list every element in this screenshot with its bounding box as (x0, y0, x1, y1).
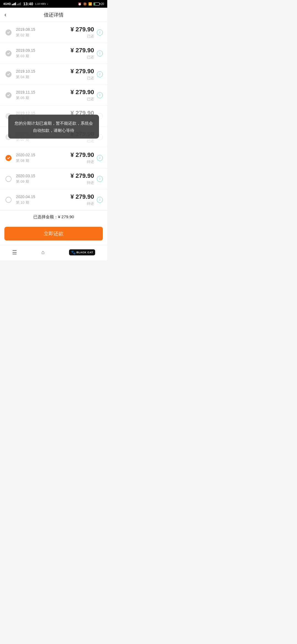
checkbox-04[interactable] (4, 71, 13, 77)
checkbox-05[interactable] (4, 92, 13, 98)
pay-button-container: 立即还款 (0, 223, 107, 245)
signal-bars (12, 2, 16, 5)
nav-menu[interactable]: ☰ (12, 249, 17, 256)
summary-label: 已选择金额： (33, 214, 58, 219)
item-right-09: ¥ 279.90 待还 (70, 172, 94, 185)
speed: 1.10 KB/s (35, 2, 46, 5)
item-info-10: 2020.04.15 第 10 期 (13, 195, 70, 205)
item-date-05: 2019.11.15 (16, 90, 70, 94)
item-status-02: 已还 (87, 34, 94, 39)
bottom-nav: ☰ ⌂ 🐾 BLACK CAT (0, 245, 107, 260)
item-status-05: 已还 (87, 97, 94, 102)
list-item: 2019.08.15 第 02 期 ¥ 279.90 已还 i (0, 22, 107, 43)
installment-list: 2019.08.15 第 02 期 ¥ 279.90 已还 i 2019.09.… (0, 22, 107, 210)
item-info-03: 2019.09.15 第 03 期 (13, 48, 70, 59)
signal-bars-2 (17, 2, 21, 5)
cat-paw-icon: 🐾 (71, 250, 76, 255)
checkbox-09[interactable] (4, 176, 13, 182)
item-info-04: 2019.10.15 第 04 期 (13, 69, 70, 80)
pay-now-button[interactable]: 立即还款 (4, 227, 103, 241)
item-date-04: 2019.10.15 (16, 69, 70, 73)
item-period-09: 第 09 期 (16, 179, 70, 184)
item-period-10: 第 10 期 (16, 200, 70, 205)
item-status-03: 已还 (87, 55, 94, 60)
item-right-05: ¥ 279.90 已还 (70, 89, 94, 102)
list-item: 2020.03.15 第 09 期 ¥ 279.90 待还 i (0, 168, 107, 189)
overdue-tooltip: 您的分期计划已逾期，暂不能还款，系统会自动扣款，请耐心等待 (8, 115, 99, 139)
overdue-group: 2019.12.15 第 06 期 ¥ 279.90 已还 i 您的分期计划已逾… (0, 106, 107, 148)
check-circle-03 (6, 50, 12, 56)
check-circle-08 (6, 155, 12, 161)
black-cat-label: BLACK CAT (76, 251, 93, 254)
item-date-09: 2020.03.15 (16, 174, 70, 178)
summary-amount: ¥ 279.90 (58, 214, 74, 219)
item-period-08: 第 08 期 (16, 158, 70, 163)
item-amount-08: ¥ 279.90 (70, 151, 94, 159)
info-button-02[interactable]: i (97, 29, 103, 36)
wifi-icon: 📶 (88, 2, 92, 6)
status-bar: 4GHD 13:40 1.10 KB/s • ⏰ 🔕 📶 20 (0, 0, 107, 8)
header: ‹ 借还详情 (0, 8, 107, 22)
time: 13:40 (23, 2, 33, 6)
check-circle-10 (6, 197, 12, 203)
item-info-05: 2019.11.15 第 05 期 (13, 90, 70, 100)
info-button-03[interactable]: i (97, 50, 103, 56)
list-item: 2019.09.15 第 03 期 ¥ 279.90 已还 i (0, 43, 107, 64)
menu-icon: ☰ (12, 249, 17, 256)
battery-icon (94, 2, 100, 6)
checkbox-02[interactable] (4, 29, 13, 36)
item-amount-04: ¥ 279.90 (70, 68, 94, 75)
network-label: 4GHD (3, 2, 11, 6)
info-button-04[interactable]: i (97, 71, 103, 77)
list-item: 2020.04.15 第 10 期 ¥ 279.90 待还 i (0, 189, 107, 210)
amount-summary: 已选择金额：¥ 279.90 (0, 210, 107, 223)
home-icon: ⌂ (42, 249, 45, 255)
item-right-10: ¥ 279.90 待还 (70, 193, 94, 206)
item-info-02: 2019.08.15 第 02 期 (13, 27, 70, 38)
item-status-07: 已还 (87, 138, 94, 143)
item-amount-02: ¥ 279.90 (70, 26, 94, 33)
item-status-08: 待还 (87, 159, 94, 164)
info-button-09[interactable]: i (97, 176, 103, 182)
check-circle-02 (6, 29, 12, 36)
nav-home[interactable]: ⌂ (42, 249, 45, 255)
item-date-02: 2019.08.15 (16, 27, 70, 32)
alarm-icon: ⏰ (78, 2, 82, 6)
check-circle-09 (6, 176, 12, 182)
info-button-05[interactable]: i (97, 92, 103, 98)
page-title: 借还详情 (44, 12, 64, 18)
item-period-03: 第 03 期 (16, 54, 70, 59)
item-info-09: 2020.03.15 第 09 期 (13, 174, 70, 184)
item-date-03: 2019.09.15 (16, 48, 70, 53)
dot-indicator: • (47, 3, 48, 5)
checkbox-08[interactable] (4, 155, 13, 161)
list-item: 2020.02.15 第 08 期 ¥ 279.90 待还 i (0, 148, 107, 168)
item-date-10: 2020.04.15 (16, 195, 70, 199)
list-item: 2019.10.15 第 04 期 ¥ 279.90 已还 i (0, 64, 107, 85)
status-left: 4GHD 13:40 1.10 KB/s • (3, 2, 48, 6)
check-circle-04 (6, 71, 12, 77)
item-period-04: 第 04 期 (16, 75, 70, 80)
nav-black-cat[interactable]: 🐾 BLACK CAT (69, 249, 95, 255)
checkbox-03[interactable] (4, 50, 13, 56)
checkbox-10[interactable] (4, 197, 13, 203)
item-amount-03: ¥ 279.90 (70, 47, 94, 54)
list-item: 2019.11.15 第 05 期 ¥ 279.90 已还 i (0, 85, 107, 106)
item-date-08: 2020.02.15 (16, 153, 70, 157)
check-circle-05 (6, 92, 12, 98)
info-button-10[interactable]: i (97, 197, 103, 203)
bell-icon: 🔕 (83, 2, 87, 6)
battery-level: 20 (101, 2, 104, 6)
item-right-02: ¥ 279.90 已还 (70, 26, 94, 39)
item-amount-05: ¥ 279.90 (70, 89, 94, 96)
info-button-08[interactable]: i (97, 155, 103, 161)
item-amount-10: ¥ 279.90 (70, 193, 94, 200)
item-status-04: 已还 (87, 76, 94, 81)
black-cat-badge: 🐾 BLACK CAT (69, 249, 95, 255)
item-status-10: 待还 (87, 201, 94, 206)
item-right-08: ¥ 279.90 待还 (70, 151, 94, 164)
item-right-03: ¥ 279.90 已还 (70, 47, 94, 60)
back-button[interactable]: ‹ (4, 11, 6, 18)
item-status-09: 待还 (87, 180, 94, 185)
item-amount-09: ¥ 279.90 (70, 172, 94, 179)
